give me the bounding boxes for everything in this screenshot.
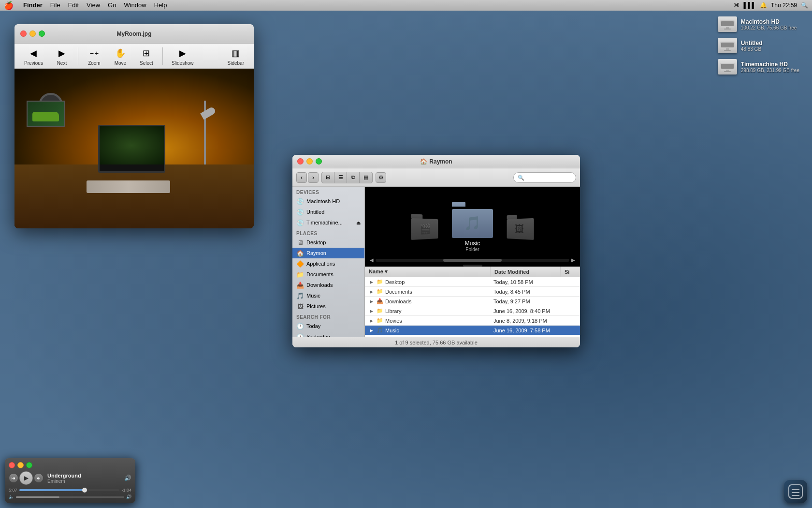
finder-titlebar: 🏠 Raymon — [292, 155, 580, 168]
row-date: June 16, 2009, 8:40 PM — [493, 308, 550, 314]
sidebar-today[interactable]: 🕐 Today — [292, 321, 364, 331]
finder-minimize-button[interactable] — [306, 158, 313, 164]
minimize-button[interactable] — [29, 30, 36, 37]
music-folder-cover[interactable]: 🎵 Music Folder — [452, 202, 493, 252]
previous-button[interactable]: ◀ Previous — [19, 45, 48, 68]
expand-icon[interactable]: ▶ — [368, 299, 375, 304]
downloads-row[interactable]: ▶ 📥 Downloads Today, 9:27 PM — [365, 297, 580, 306]
lamp-head — [200, 106, 216, 120]
rewind-button[interactable]: ⏮ — [9, 473, 18, 483]
spotlight-icon[interactable]: 🔍 — [801, 2, 808, 9]
expand-icon[interactable]: ▶ — [368, 289, 375, 294]
fast-forward-button[interactable]: ⏭ — [34, 473, 44, 483]
pictures-folder-cover[interactable]: 🖼 — [507, 213, 534, 239]
slideshow-button[interactable]: ▶ Slideshow — [167, 45, 199, 68]
finder-search-input[interactable] — [513, 172, 576, 183]
menubar-window[interactable]: Window — [120, 0, 150, 11]
expand-icon[interactable]: ▶ — [368, 309, 375, 314]
macintosh-hd-drive[interactable]: Macintosh HD 100.22 GB, 75.66 GB free — [715, 15, 802, 34]
menubar-finder[interactable]: Finder — [19, 0, 46, 11]
macintosh-hd-info: Macintosh HD 100.22 GB, 75.66 GB free — [741, 18, 797, 30]
desktop-row[interactable]: ▶ 📁 Desktop Today, 10:58 PM — [365, 277, 580, 287]
finder-body: DEVICES 💿 Macintosh HD 💿 Untitled 💿 Time… — [292, 187, 580, 337]
progress-knob[interactable] — [82, 488, 87, 493]
expand-icon[interactable]: ▶ — [368, 280, 375, 284]
sidebar-music[interactable]: 🎵 Music — [292, 290, 364, 301]
sidebar-downloads[interactable]: 📥 Downloads — [292, 280, 364, 290]
progress-track[interactable] — [19, 489, 120, 491]
itunes-maximize-button[interactable] — [26, 462, 32, 468]
desktop-drives: Macintosh HD 100.22 GB, 75.66 GB free Un… — [715, 15, 802, 76]
name-column-header[interactable]: Name ▾ — [365, 267, 491, 277]
itunes-controls: ⏮ ▶ ⏭ — [9, 471, 44, 485]
menubar-file[interactable]: File — [46, 0, 64, 11]
untitled-drive[interactable]: Untitled 48.83 GB — [715, 36, 802, 55]
expand-icon[interactable]: ▶ — [368, 318, 375, 323]
cover-resize-handle[interactable] — [463, 265, 482, 267]
sidebar-untitled[interactable]: 💿 Untitled — [292, 207, 364, 217]
svg-rect-6 — [726, 48, 729, 50]
finder-toolbar: ‹ › ⊞ ☰ ⧉ ▤ ⚙ — [292, 168, 580, 187]
itunes-close-button[interactable] — [9, 462, 15, 468]
svg-rect-12 — [789, 485, 802, 498]
expand-icon[interactable]: ▶ — [368, 328, 375, 333]
back-button[interactable]: ‹ — [296, 172, 307, 183]
cover-scroll-left-btn[interactable]: ◀ — [370, 257, 374, 263]
date-column-header[interactable]: Date Modified — [491, 267, 561, 277]
menubar-go[interactable]: Go — [104, 0, 120, 11]
sidebar-macintosh-hd[interactable]: 💿 Macintosh HD — [292, 196, 364, 207]
cover-view-button[interactable]: ▤ — [360, 172, 372, 183]
cover-scroll-right-btn[interactable]: ▶ — [571, 257, 575, 263]
sidebar-documents[interactable]: 📁 Documents — [292, 269, 364, 280]
select-button[interactable]: ⊞ Select — [134, 45, 159, 68]
menubar-view[interactable]: View — [83, 0, 104, 11]
macintosh-hd-size: 100.22 GB, 75.66 GB free — [741, 25, 797, 30]
folder-icon: 📁 — [377, 308, 383, 314]
itunes-minimize-button[interactable] — [17, 462, 24, 468]
dock-corner-icon[interactable] — [784, 480, 807, 503]
sidebar-pictures[interactable]: 🖼 Pictures — [292, 301, 364, 312]
move-button[interactable]: ✋ Move — [108, 45, 132, 68]
select-icon: ⊞ — [140, 46, 153, 60]
menubar-help[interactable]: Help — [150, 0, 171, 11]
search-section-label: SEARCH FOR — [292, 312, 364, 321]
timemachine-drive-size: 298.09 GB, 231.99 GB free — [741, 68, 799, 73]
sidebar-desktop[interactable]: 🖥 Desktop — [292, 237, 364, 248]
zoom-button[interactable]: −+ Zoom — [82, 45, 106, 68]
menubar-edit[interactable]: Edit — [64, 0, 83, 11]
next-button[interactable]: ▶ Next — [50, 45, 74, 68]
eject-icon[interactable]: ⏏ — [356, 220, 361, 225]
sidebar-timemachine[interactable]: 💿 Timemachine... ⏏ — [292, 217, 364, 228]
finder-maximize-button[interactable] — [316, 158, 322, 164]
sidebar-yesterday[interactable]: 🕐 Yesterday — [292, 331, 364, 337]
movies-folder-cover[interactable]: 🎬 — [411, 213, 438, 239]
maximize-button[interactable] — [39, 30, 45, 37]
home-icon: 🏠 — [296, 250, 304, 257]
list-view-button[interactable]: ☰ — [334, 172, 347, 183]
column-view-button[interactable]: ⧉ — [347, 172, 360, 183]
documents-row[interactable]: ▶ 📁 Documents Today, 8:45 PM — [365, 287, 580, 297]
folder-icon: 📁 — [377, 279, 383, 285]
sidebar-applications[interactable]: 🔶 Applications — [292, 258, 364, 269]
icon-view-button[interactable]: ⊞ — [322, 172, 334, 183]
menubar-right: ⌘ ▌▌▌ 🔔 Thu 22:59 🔍 — [734, 2, 808, 9]
toolbar-sep-1 — [78, 47, 78, 65]
movies-row[interactable]: ▶ 📁 Movies June 8, 2009, 9:18 PM — [365, 316, 580, 326]
close-button[interactable] — [20, 30, 27, 37]
apple-menu[interactable]: 🍎 — [4, 1, 14, 10]
next-icon: ▶ — [55, 46, 69, 60]
finder-close-button[interactable] — [297, 158, 304, 164]
size-column-header[interactable]: Si — [561, 267, 580, 277]
play-button[interactable]: ▶ — [19, 471, 33, 485]
volume-track[interactable] — [16, 496, 124, 498]
music-folder-sublabel: Folder — [465, 247, 479, 252]
timemachine-drive[interactable]: Timemachine HD 298.09 GB, 231.99 GB free — [715, 57, 802, 76]
action-button[interactable]: ⚙ — [376, 172, 386, 183]
sidebar-raymon[interactable]: 🏠 Raymon — [292, 248, 364, 258]
music-row[interactable]: ▶ 🎵 Music June 16, 2009, 7:58 PM — [365, 326, 580, 335]
timemachine-drive-icon — [718, 59, 737, 75]
sidebar-button[interactable]: ▥ Sidebar — [223, 45, 249, 68]
row-name: Movies — [385, 318, 402, 324]
forward-button[interactable]: › — [308, 172, 319, 183]
library-row[interactable]: ▶ 📁 Library June 16, 2009, 8:40 PM — [365, 306, 580, 316]
